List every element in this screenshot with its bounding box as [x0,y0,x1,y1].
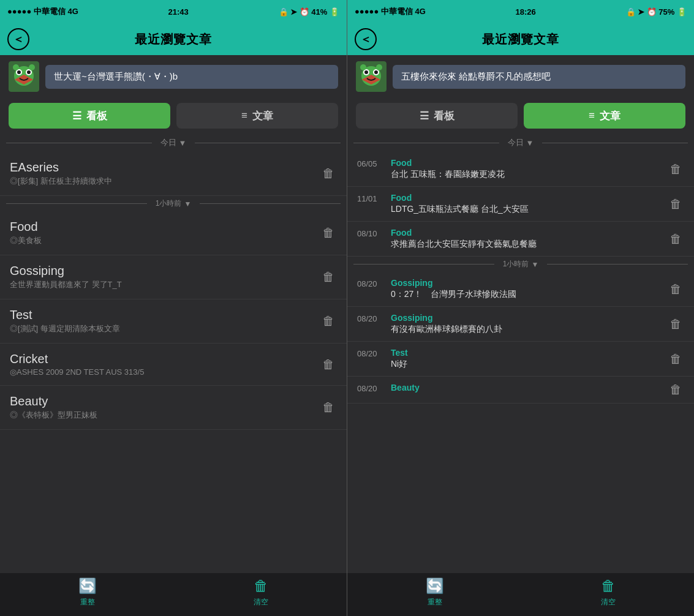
left-time: 21:43 [168,7,189,17]
delete-item-4[interactable]: 🗑 [320,356,337,373]
right-battery: 🔒 ➤ ⏰ 75% 🔋 [626,7,687,17]
left-tab-article[interactable]: ≡ 文章 [176,103,338,129]
board-icon: ☰ [72,110,81,122]
delete-article-2[interactable]: 🗑 [667,228,684,250]
right-user-header: 五樓你來你來 給點尊爵不凡的感想吧 [347,55,694,98]
clear-icon: 🗑 [254,577,268,595]
right-avatar [356,61,387,92]
right-reset-label: 重整 [428,597,442,607]
right-tab-board[interactable]: ☰ 看板 [356,103,518,129]
svg-point-18 [360,64,366,70]
right-tab-article[interactable]: ≡ 文章 [524,103,685,129]
article-item[interactable]: 08/20 Beauty 🗑 [347,377,694,404]
right-user-name: 五樓你來你來 給點尊爵不凡的感想吧 [393,65,685,89]
list-item[interactable]: Test ◎[測試] 每週定期清除本板文章 🗑 [0,299,347,344]
delete-article-3[interactable]: 🗑 [667,278,684,300]
delete-article-1[interactable]: 🗑 [667,193,684,215]
delete-article-4[interactable]: 🗑 [667,313,684,335]
svg-point-15 [374,70,378,74]
right-tab-board-label: 看板 [434,109,454,123]
svg-point-19 [376,64,382,70]
svg-point-8 [13,64,19,70]
left-reset-button[interactable]: 🔄 重整 [78,577,97,607]
left-status-bar: ●●●●● 中華電信 4G 21:43 🔒 ➤ ⏰ 41% 🔋 [0,0,347,23]
left-battery: 🔒 ➤ ⏰ 41% 🔋 [279,7,339,17]
left-tab-board-label: 看板 [86,109,107,123]
left-user-header: 世大運~台灣選手熊讚(・∀・)b [0,55,347,98]
right-clear-button[interactable]: 🗑 清空 [601,577,616,607]
article-item[interactable]: 08/10 Food 求推薦台北大安區安靜有文藝氣息餐廳 🗑 [347,222,694,257]
left-section-today: 今日 ▼ [0,133,347,152]
right-article-icon: ≡ [589,110,595,122]
left-list[interactable]: EAseries ◎[影集] 新任板主持續徵求中 🗑 1小時前 ▼ Food ◎… [0,152,347,573]
left-clear-label: 清空 [254,597,268,607]
delete-article-5[interactable]: 🗑 [667,348,684,370]
right-nav-title: 最近瀏覽文章 [482,31,559,48]
right-reset-icon: 🔄 [426,577,444,595]
left-user-name: 世大運~台灣選手熊讚(・∀・)b [45,65,338,89]
left-tab-article-label: 文章 [252,109,273,123]
right-bottom-bar: 🔄 重整 🗑 清空 [347,573,694,616]
svg-point-5 [27,70,31,74]
list-item[interactable]: Food ◎美食板 🗑 [0,211,347,255]
delete-item-0[interactable]: 🗑 [320,165,337,182]
left-phone-panel: ●●●●● 中華電信 4G 21:43 🔒 ➤ ⏰ 41% 🔋 ＜ 最近瀏覽文章 [0,0,347,616]
right-top-nav: ＜ 最近瀏覽文章 [347,23,694,55]
delete-item-1[interactable]: 🗑 [320,225,337,242]
right-phone-panel: ●●●●● 中華電信 4G 18:26 🔒 ➤ ⏰ 75% 🔋 ＜ 最近瀏覽文章 [347,0,694,616]
article-item[interactable]: 08/20 Gossiping 0：27！ 台灣男子水球慘敗法國 🗑 [347,272,694,307]
delete-article-0[interactable]: 🗑 [667,158,684,180]
right-tab-article-label: 文章 [600,109,620,123]
right-signal: ●●●●● 中華電信 4G [355,6,426,17]
article-icon: ≡ [241,110,247,122]
left-tab-switcher: ☰ 看板 ≡ 文章 [0,98,347,133]
article-item[interactable]: 11/01 Food LDTG_五味瓶法式餐廳 台北_大安區 🗑 [347,187,694,222]
left-avatar [9,61,39,92]
right-section-1hr: 1小時前 ▼ [347,257,694,272]
list-item[interactable]: Beauty ◎《表特板》型男正妹板 🗑 [0,386,347,430]
reset-icon: 🔄 [78,577,97,595]
right-tab-switcher: ☰ 看板 ≡ 文章 [347,98,694,133]
left-back-button[interactable]: ＜ [7,28,29,50]
svg-point-14 [364,70,368,74]
article-item[interactable]: 08/20 Gossiping 有沒有歐洲棒球錦標賽的八卦 🗑 [347,307,694,342]
svg-point-9 [29,64,35,70]
right-article-list[interactable]: 06/05 Food 台北 五味瓶：春園綠嫩更凌花 🗑 11/01 Food L… [347,152,694,573]
svg-point-4 [17,70,21,74]
right-time: 18:26 [516,7,536,17]
article-item[interactable]: 06/05 Food 台北 五味瓶：春園綠嫩更凌花 🗑 [347,152,694,187]
delete-article-6[interactable]: 🗑 [667,383,684,397]
right-clear-label: 清空 [601,597,616,607]
left-reset-label: 重整 [80,597,95,607]
right-status-bar: ●●●●● 中華電信 4G 18:26 🔒 ➤ ⏰ 75% 🔋 [347,0,694,23]
list-item[interactable]: EAseries ◎[影集] 新任板主持續徵求中 🗑 [0,152,347,196]
list-item[interactable]: Gossiping 全世界運動員都進來了 哭了T_T 🗑 [0,255,347,299]
left-nav-title: 最近瀏覽文章 [135,31,212,48]
left-top-nav: ＜ 最近瀏覽文章 [0,23,347,55]
right-back-button[interactable]: ＜ [355,28,377,50]
list-item[interactable]: Cricket ◎ASHES 2009 2ND TEST AUS 313/5 🗑 [0,344,347,386]
delete-item-2[interactable]: 🗑 [320,269,337,286]
right-board-icon: ☰ [420,110,429,122]
delete-item-5[interactable]: 🗑 [320,399,337,416]
left-section-1hr: 1小時前 ▼ [0,196,347,211]
article-item[interactable]: 08/20 Test Ni好 🗑 [347,342,694,377]
delete-item-3[interactable]: 🗑 [320,313,337,330]
left-tab-board[interactable]: ☰ 看板 [9,103,170,129]
right-clear-icon: 🗑 [601,577,616,595]
left-signal: ●●●●● 中華電信 4G [7,6,78,17]
right-reset-button[interactable]: 🔄 重整 [426,577,444,607]
right-section-today: 今日 ▼ [347,133,694,152]
left-bottom-bar: 🔄 重整 🗑 清空 [0,573,347,616]
left-clear-button[interactable]: 🗑 清空 [254,577,268,607]
